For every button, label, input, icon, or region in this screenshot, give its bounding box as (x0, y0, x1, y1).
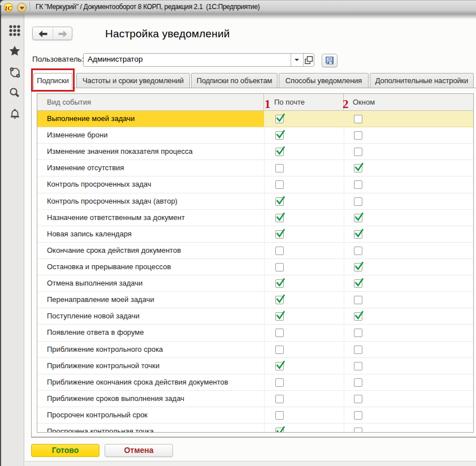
svg-text:1С: 1С (5, 5, 12, 11)
